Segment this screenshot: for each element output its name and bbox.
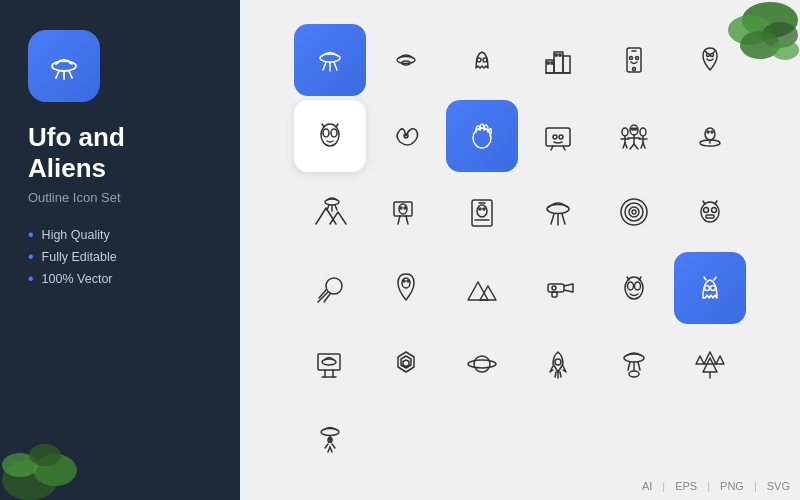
svg-line-73 (327, 205, 329, 210)
svg-point-114 (705, 286, 710, 291)
icon-document-alien (446, 176, 518, 248)
icon-ufo-beam-center (522, 176, 594, 248)
svg-line-55 (630, 144, 634, 149)
icon-ufo-person-abduction (294, 404, 366, 476)
svg-point-93 (625, 203, 643, 221)
right-panel: AI | EPS | PNG | SVG (240, 0, 800, 500)
svg-line-130 (560, 372, 561, 377)
format-ai: AI (642, 480, 652, 492)
icon-ufo-small (370, 24, 442, 96)
svg-point-12 (771, 40, 799, 60)
svg-line-61 (625, 143, 627, 148)
svg-line-89 (551, 214, 554, 224)
product-subtitle: Outline Icon Set (28, 190, 212, 205)
left-panel: Ufo and Aliens Outline Icon Set High Qua… (0, 0, 240, 500)
format-png: PNG (720, 480, 744, 492)
icon-mountains (446, 252, 518, 324)
icon-alien-billboard (370, 176, 442, 248)
svg-point-19 (477, 58, 481, 62)
icon-phone-alien (598, 24, 670, 96)
svg-line-145 (325, 444, 328, 448)
svg-point-83 (477, 205, 487, 217)
svg-point-68 (707, 131, 709, 133)
svg-point-126 (474, 356, 490, 372)
svg-line-148 (330, 447, 332, 452)
svg-line-14 (323, 62, 326, 70)
svg-point-127 (468, 360, 496, 368)
svg-point-40 (331, 129, 337, 137)
svg-point-104 (403, 280, 405, 282)
svg-point-78 (400, 207, 402, 209)
icon-ray-gun (522, 252, 594, 324)
icon-alien-face-white (294, 100, 366, 172)
svg-point-51 (632, 128, 634, 130)
icon-alien-platform (674, 100, 746, 172)
svg-line-75 (335, 205, 337, 210)
svg-line-101 (715, 201, 717, 204)
svg-line-66 (643, 143, 645, 148)
svg-line-42 (336, 124, 338, 127)
svg-point-97 (704, 208, 709, 213)
svg-point-115 (711, 286, 716, 291)
svg-rect-23 (563, 56, 570, 73)
icon-alien-pin (674, 24, 746, 96)
svg-point-52 (635, 128, 637, 130)
svg-point-0 (52, 61, 76, 71)
svg-point-39 (323, 129, 329, 137)
svg-line-133 (628, 362, 630, 370)
svg-point-35 (711, 54, 714, 57)
svg-point-69 (711, 131, 713, 133)
svg-point-34 (707, 54, 710, 57)
main-icon-badge (28, 30, 100, 102)
product-title: Ufo and Aliens (28, 122, 212, 184)
icon-meteor (294, 252, 366, 324)
svg-line-135 (638, 362, 640, 370)
features-list: High Quality Fully Editable 100% Vector (28, 227, 212, 287)
svg-rect-25 (547, 62, 549, 64)
footer-formats: AI | EPS | PNG | SVG (642, 480, 790, 492)
svg-point-95 (632, 210, 636, 214)
bottom-left-plant (0, 420, 100, 500)
svg-rect-26 (551, 62, 553, 64)
feature-vector: 100% Vector (28, 271, 212, 287)
icon-planet-saturn (446, 328, 518, 400)
svg-point-49 (559, 135, 563, 139)
svg-point-128 (555, 359, 561, 365)
icon-galaxy (370, 100, 442, 172)
icon-alien-hand (446, 100, 518, 172)
svg-rect-107 (552, 292, 557, 297)
svg-marker-140 (716, 356, 724, 364)
svg-point-32 (630, 57, 633, 60)
icon-rocket (522, 328, 594, 400)
svg-line-1 (56, 71, 59, 78)
icon-alien-head (598, 252, 670, 324)
svg-marker-141 (696, 356, 704, 364)
svg-point-110 (628, 282, 634, 290)
svg-line-146 (332, 444, 335, 448)
format-eps: EPS (675, 480, 697, 492)
svg-point-62 (640, 128, 646, 136)
icon-ghost (446, 24, 518, 96)
svg-point-108 (552, 286, 556, 290)
icon-aliens-group (598, 100, 670, 172)
svg-point-57 (622, 128, 628, 136)
svg-rect-28 (559, 54, 561, 56)
svg-rect-82 (472, 200, 492, 226)
svg-point-98 (712, 208, 717, 213)
svg-point-105 (407, 280, 409, 282)
icon-ufo-sign (294, 328, 366, 400)
svg-point-31 (633, 68, 636, 71)
format-svg: SVG (767, 480, 790, 492)
feature-quality: High Quality (28, 227, 212, 243)
svg-line-80 (398, 216, 400, 224)
feature-editable: Fully Editable (28, 249, 212, 265)
icon-radar-target (598, 176, 670, 248)
icon-city (522, 24, 594, 96)
svg-point-84 (479, 208, 481, 210)
svg-point-79 (404, 207, 406, 209)
svg-point-7 (29, 444, 61, 466)
svg-point-20 (483, 58, 487, 62)
svg-marker-125 (403, 360, 409, 367)
icon-ufo-beam (294, 24, 366, 96)
icon-ufo-abduction (598, 328, 670, 400)
